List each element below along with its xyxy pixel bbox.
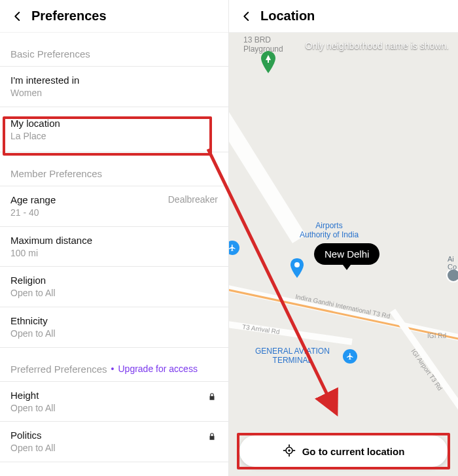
row-value: Open to All — [10, 402, 218, 415]
map-road — [229, 102, 306, 243]
back-icon[interactable] — [239, 9, 254, 24]
city-name: New Delhi — [325, 248, 369, 260]
page-title: Location — [260, 8, 315, 24]
row-religion[interactable]: Religion Open to All — [0, 267, 228, 307]
row-value: Women — [10, 87, 218, 100]
header-left: Preferences — [0, 0, 228, 33]
goto-current-location-button[interactable]: Go to current location — [239, 435, 448, 467]
location-pane: Location 13 BRD Playground Only neighbor… — [229, 0, 458, 476]
row-label: Politics — [10, 428, 218, 442]
page-title: Preferences — [31, 8, 107, 24]
lock-icon — [207, 392, 218, 403]
svg-point-2 — [288, 449, 290, 451]
row-label: Ethnicity — [10, 314, 218, 328]
park-pin-icon — [260, 51, 276, 73]
row-label: Religion — [10, 273, 218, 287]
map-road-label: T3 Arrival Rd — [242, 323, 281, 335]
row-politics[interactable]: Politics Open to All — [0, 422, 228, 462]
bullet-icon: • — [111, 364, 114, 374]
row-max-distance[interactable]: Maximum distance 100 mi — [0, 227, 228, 267]
row-value: 21 - 40 — [10, 207, 218, 220]
row-label: Height — [10, 388, 218, 402]
row-label: I'm interested in — [10, 73, 218, 87]
row-value: Open to All — [10, 442, 218, 455]
row-my-location[interactable]: My location La Place — [0, 107, 228, 153]
map[interactable]: 13 BRD Playground Only neighborhood name… — [229, 33, 458, 476]
goto-label: Go to current location — [302, 446, 405, 457]
city-bubble: New Delhi — [314, 243, 379, 265]
back-icon[interactable] — [10, 9, 25, 24]
upgrade-link[interactable]: Upgrade for access — [118, 364, 197, 374]
section-preferred-header: Preferred Preferences • Upgrade for acce… — [0, 348, 228, 382]
svg-point-0 — [294, 262, 300, 267]
info-pin-icon — [289, 258, 305, 278]
airport-pin-icon — [343, 349, 357, 364]
map-banner: Only neighborhood name is shown. — [306, 41, 449, 51]
section-basic-header: Basic Preferences — [0, 33, 228, 67]
row-value: Open to All — [10, 328, 218, 341]
map-label: 13 BRD — [243, 35, 271, 44]
row-height[interactable]: Height Open to All — [0, 382, 228, 422]
dealbreaker-label: Dealbreaker — [168, 194, 218, 205]
map-road-label: IGI Rd — [427, 332, 446, 339]
row-value: Open to All — [10, 287, 218, 300]
section-member-header: Member Preferences — [0, 152, 228, 186]
row-value: La Place — [10, 130, 218, 143]
preferences-pane: Preferences Basic Preferences I'm intere… — [0, 0, 229, 476]
header-right: Location — [229, 0, 458, 33]
row-label: My location — [10, 116, 218, 130]
row-ethnicity[interactable]: Ethnicity Open to All — [0, 307, 228, 348]
lock-icon — [207, 432, 218, 443]
map-poi-label: Ai Co — [448, 255, 457, 271]
preferred-header-text: Preferred Preferences — [10, 364, 107, 375]
row-interested-in[interactable]: I'm interested in Women — [0, 67, 228, 107]
row-value: 100 mi — [10, 247, 218, 260]
row-age-range[interactable]: Dealbreaker Age range 21 - 40 — [0, 186, 228, 227]
row-label: Maximum distance — [10, 233, 218, 247]
map-poi-label: GENERAL AVIATION TERMINAL — [255, 347, 330, 365]
map-poi-label: Airports Authority of India — [300, 221, 359, 239]
airport-pin-icon — [229, 241, 239, 255]
crosshair-icon — [283, 444, 296, 459]
